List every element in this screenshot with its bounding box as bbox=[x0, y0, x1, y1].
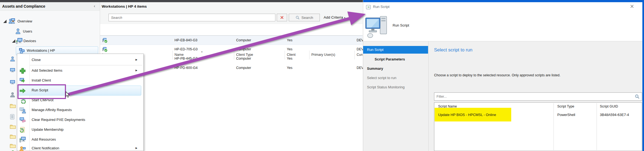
screenshot-root: Assets and Compliance ‹ Overview Users D… bbox=[0, 0, 644, 151]
menu-item-close[interactable]: Close ▶ bbox=[17, 56, 143, 65]
menu-item-client-notification[interactable]: Client Notification ▶ bbox=[17, 145, 143, 151]
cell-client: Yes bbox=[287, 38, 292, 42]
computer-check-icon bbox=[102, 47, 108, 52]
menu-item-add-resources[interactable]: Add Resources bbox=[17, 135, 143, 145]
script-table: Script Name Script Type Script GUID Upda… bbox=[434, 102, 642, 151]
notification-icon bbox=[19, 146, 26, 151]
cell-client-type: Computer bbox=[236, 57, 251, 60]
device-icon bbox=[10, 68, 15, 73]
search-button-label: Search bbox=[302, 16, 313, 20]
column-divider bbox=[597, 103, 597, 150]
wizard-nav-item-summary[interactable]: Summary bbox=[367, 66, 383, 71]
cell-client: Yes bbox=[287, 57, 292, 60]
run-script-computer-icon bbox=[365, 15, 389, 39]
menu-item-update-membership[interactable]: Update Membership bbox=[17, 125, 143, 135]
clipboard-icon bbox=[10, 114, 15, 120]
dialog-title: Run Script bbox=[373, 5, 390, 9]
menu-item-label: Clear Required PXE Deployments bbox=[32, 118, 85, 122]
cell-client-type: Computer bbox=[236, 66, 251, 70]
install-client-icon bbox=[19, 77, 26, 84]
dialog-header-title: Run Script bbox=[393, 23, 409, 27]
menu-item-label: Client Notification bbox=[32, 146, 59, 150]
menu-item-label: Manage Affinity Requests bbox=[32, 108, 72, 112]
column-header-script-guid[interactable]: Script GUID bbox=[600, 104, 618, 108]
expander-icon[interactable] bbox=[3, 20, 7, 23]
cell-name: HP-ED-705-G3 bbox=[174, 47, 198, 51]
folder-icon bbox=[10, 143, 16, 148]
add-criteria-button[interactable]: Add Criteria ▾ bbox=[324, 15, 345, 19]
search-icon bbox=[635, 94, 640, 99]
search-box bbox=[109, 14, 275, 21]
submenu-arrow-icon: ▶ bbox=[136, 147, 137, 149]
dialog-right-border bbox=[642, 0, 644, 151]
table-row[interactable]: HP-EB-840-G3 Computer Yes DEV bbox=[100, 36, 363, 45]
menu-item-manage-affinity-requests[interactable]: Manage Affinity Requests bbox=[17, 105, 143, 115]
cell-script-guid: 3B48A594-63E7-4 bbox=[600, 113, 629, 117]
wizard-nav-item-select-script[interactable]: Select script to run bbox=[367, 76, 396, 80]
cell-client: Yes bbox=[287, 47, 292, 51]
sidebar-item-users[interactable]: Users bbox=[23, 29, 32, 33]
folder-icon bbox=[10, 134, 16, 139]
device-icon bbox=[10, 80, 15, 85]
search-input[interactable] bbox=[109, 14, 275, 21]
list-panel-title: Workstations | HP 4 items bbox=[102, 4, 147, 8]
submenu-arrow-icon: ▶ bbox=[136, 69, 137, 72]
close-icon[interactable]: ✕ bbox=[630, 3, 634, 10]
devices-icon bbox=[16, 38, 23, 44]
cell-name: HP-EB-840-G3 bbox=[174, 38, 197, 42]
run-script-dialog: Run Script ✕ Run Script Run Script Scrip… bbox=[363, 0, 644, 151]
script-filter-box bbox=[434, 92, 642, 101]
wizard-nav-item-run-script[interactable]: Run Script bbox=[363, 46, 428, 54]
table-row[interactable]: HP-ED-705-G3 Computer Yes DEV bbox=[100, 45, 363, 54]
window-top-strip bbox=[0, 0, 363, 2]
dialog-title-bar[interactable]: Run Script ✕ bbox=[363, 2, 642, 12]
sidebar-item-workstations-hp[interactable]: Workstations | HP bbox=[27, 48, 55, 53]
script-filter-input[interactable] bbox=[434, 93, 625, 100]
clear-search-button[interactable]: ✕ bbox=[277, 14, 287, 21]
search-icon bbox=[296, 16, 300, 20]
sidebar-item-overview[interactable]: Overview bbox=[17, 19, 32, 23]
search-button[interactable]: Search bbox=[289, 14, 320, 21]
dialog-body: Run Script Script Parameters Summary Sel… bbox=[363, 41, 642, 151]
nav-item-label: Run Script bbox=[367, 48, 384, 52]
collapse-pane-icon[interactable]: ‹ bbox=[94, 4, 95, 8]
user-icon bbox=[15, 28, 21, 34]
cell-client-type: Computer bbox=[236, 38, 251, 42]
column-header-script-type[interactable]: Script Type bbox=[557, 104, 574, 108]
menu-item-label: Add Resources bbox=[32, 137, 56, 141]
list-column-header-row: ▲ Icon Name Client Type Client Primary U… bbox=[100, 26, 363, 36]
computer-check-icon bbox=[102, 38, 108, 43]
expander-icon[interactable] bbox=[12, 39, 15, 43]
user-icon bbox=[10, 56, 15, 62]
page-description: Choose a script to deploy to the selecte… bbox=[434, 73, 560, 77]
menu-item-label: Add Selected Items bbox=[32, 68, 62, 72]
collection-icon bbox=[19, 48, 25, 54]
mouse-cursor-icon bbox=[65, 91, 70, 98]
submenu-arrow-icon: ▶ bbox=[136, 58, 137, 61]
clear-search-icon: ✕ bbox=[280, 15, 284, 21]
script-table-row[interactable]: Update HP BIOS - HPCMSL - Online PowerSh… bbox=[434, 111, 642, 120]
cell-name: HP-PD-600-G4 bbox=[174, 66, 198, 70]
cell-client: Yes bbox=[287, 66, 292, 70]
overview-icon bbox=[9, 18, 15, 24]
run-script-window-icon bbox=[366, 5, 371, 10]
menu-item-label: Update Membership bbox=[32, 127, 64, 132]
menu-separator bbox=[30, 65, 142, 65]
add-criteria-label: Add Criteria bbox=[324, 15, 343, 19]
chevron-down-icon: ▾ bbox=[344, 16, 345, 19]
pxe-eraser-icon bbox=[19, 117, 26, 123]
folder-icon bbox=[10, 103, 16, 108]
add-icon bbox=[19, 68, 26, 74]
menu-item-clear-required-pxe-deployments[interactable]: Clear Required PXE Deployments bbox=[17, 115, 143, 125]
column-divider bbox=[553, 103, 554, 150]
sidebar-title: Assets and Compliance bbox=[2, 4, 45, 8]
menu-item-add-selected-items[interactable]: Add Selected Items ▶ bbox=[17, 66, 143, 76]
page-heading: Select script to run bbox=[434, 47, 473, 53]
wizard-nav-item-script-status-monitoring[interactable]: Script Status Monitoring bbox=[367, 85, 405, 89]
wizard-nav-item-script-parameters[interactable]: Script Parameters bbox=[375, 57, 405, 61]
nav-content-divider bbox=[428, 41, 429, 151]
dialog-top-border bbox=[363, 0, 644, 2]
cell-script-name: Update HP BIOS - HPCMSL - Online bbox=[438, 113, 496, 117]
sidebar-item-devices[interactable]: Devices bbox=[23, 39, 36, 43]
resources-icon bbox=[19, 137, 26, 143]
